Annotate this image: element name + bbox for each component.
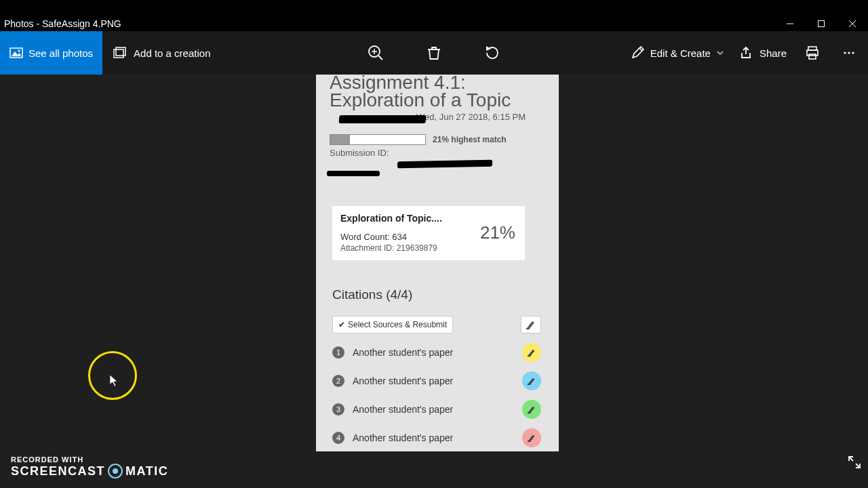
- close-button[interactable]: [837, 16, 868, 31]
- match-percent: 21%: [480, 222, 515, 243]
- rotate-icon: [484, 44, 501, 62]
- trash-icon: [426, 45, 442, 61]
- citation-item[interactable]: 1Another student's paper: [332, 343, 541, 362]
- window-controls: [774, 16, 868, 31]
- see-all-photos-label: See all photos: [28, 47, 93, 59]
- svg-marker-13: [486, 46, 491, 51]
- select-sources-label: Select Sources & Resubmit: [348, 320, 447, 329]
- print-icon: [804, 45, 821, 61]
- image-viewer[interactable]: Assignment 4.1: Exploration of a Topic o…: [0, 75, 868, 488]
- citation-label: Another student's paper: [353, 432, 453, 443]
- svg-point-6: [18, 50, 20, 52]
- highlighter-icon: [525, 319, 537, 330]
- maximize-button[interactable]: [806, 16, 837, 31]
- highlighter-icon: [526, 405, 537, 414]
- share-icon: [739, 45, 754, 60]
- highlight-toggle[interactable]: [522, 428, 541, 447]
- toolbar-right: Edit & Create Share: [630, 42, 860, 64]
- edit-icon: [630, 45, 645, 60]
- svg-rect-25: [528, 441, 530, 442]
- fullscreen-button[interactable]: [848, 455, 861, 469]
- svg-marker-5: [12, 52, 21, 56]
- add-to-creation-label: Add to a creation: [134, 47, 210, 59]
- record-dot-icon: [108, 464, 123, 479]
- select-sources-button[interactable]: ✔ Select Sources & Resubmit: [332, 316, 453, 333]
- zoom-in-icon: [367, 44, 384, 62]
- titlebar: Photos - SafeAssign 4.PNG: [0, 16, 868, 31]
- citation-item[interactable]: 2Another student's paper: [332, 371, 541, 390]
- assignment-title-2: Exploration of a Topic: [330, 90, 552, 110]
- svg-rect-24: [528, 412, 530, 413]
- highlight-toggle[interactable]: [522, 400, 541, 419]
- watermark: RECORDED WITH SCREENCAST MATIC: [11, 455, 168, 479]
- print-button[interactable]: [802, 42, 823, 64]
- share-label: Share: [760, 47, 787, 59]
- delete-button[interactable]: [423, 42, 445, 64]
- add-to-creation-button[interactable]: Add to a creation: [102, 31, 220, 75]
- displayed-image: Assignment 4.1: Exploration of a Topic o…: [316, 75, 559, 451]
- attachment-box: Exploration of Topic.... Word Count: 634…: [332, 206, 525, 260]
- svg-line-27: [849, 457, 853, 461]
- watermark-line1: RECORDED WITH: [11, 455, 168, 464]
- citation-item[interactable]: 3Another student's paper: [332, 400, 541, 419]
- more-button[interactable]: [838, 42, 860, 64]
- citation-number: 1: [332, 346, 344, 359]
- svg-rect-8: [116, 47, 125, 56]
- citations-section: Citations (4/4) ✔ Select Sources & Resub…: [332, 278, 541, 447]
- chevron-down-icon: [716, 49, 724, 57]
- svg-rect-21: [526, 328, 530, 329]
- highlighter-icon: [526, 433, 537, 443]
- citation-label: Another student's paper: [353, 347, 453, 358]
- highlight-toggle[interactable]: [522, 343, 541, 362]
- citations-header: Citations (4/4): [332, 287, 541, 302]
- redaction-mark: [339, 115, 427, 123]
- svg-rect-1: [818, 21, 825, 27]
- citation-label: Another student's paper: [353, 404, 453, 415]
- attachment-id: Attachment ID: 219639879: [340, 243, 517, 253]
- citation-number: 4: [332, 432, 344, 444]
- rotate-button[interactable]: [481, 42, 503, 64]
- citation-item[interactable]: 4Another student's paper: [332, 428, 541, 447]
- watermark-line2b: MATIC: [125, 464, 168, 479]
- svg-marker-26: [110, 375, 117, 386]
- edit-create-label: Edit & Create: [650, 47, 711, 59]
- svg-point-18: [844, 52, 846, 54]
- svg-rect-23: [528, 384, 530, 385]
- highlight-toggle[interactable]: [522, 371, 541, 390]
- svg-point-20: [852, 52, 854, 54]
- highlight-toggle-all[interactable]: [521, 316, 541, 333]
- svg-point-19: [848, 52, 850, 54]
- redaction-mark: [397, 160, 492, 168]
- zoom-button[interactable]: [365, 42, 387, 64]
- svg-rect-22: [528, 355, 530, 357]
- photo-icon: [9, 46, 23, 60]
- share-button[interactable]: Share: [739, 45, 787, 60]
- minimize-button[interactable]: [774, 16, 806, 31]
- citation-number: 3: [332, 403, 344, 415]
- window-title: Photos - SafeAssign 4.PNG: [4, 18, 121, 29]
- svg-rect-7: [114, 49, 123, 58]
- fullscreen-icon: [848, 455, 861, 469]
- svg-line-14: [639, 48, 642, 51]
- toolbar-center: [365, 42, 503, 64]
- watermark-line2a: SCREENCAST: [11, 464, 105, 479]
- svg-line-28: [856, 464, 860, 468]
- highest-match-label: 21% highest match: [433, 135, 507, 144]
- submission-id-label: Submission ID:: [330, 148, 552, 158]
- redaction-mark: [327, 171, 380, 176]
- match-progress-bar: [330, 134, 426, 145]
- creation-icon: [112, 45, 127, 60]
- highlighter-icon: [526, 376, 537, 386]
- mouse-cursor: [110, 375, 119, 387]
- toolbar: See all photos Add to a creation: [0, 31, 868, 75]
- citation-label: Another student's paper: [353, 375, 453, 386]
- svg-line-10: [378, 56, 382, 60]
- svg-rect-17: [809, 54, 816, 59]
- check-icon: ✔: [338, 320, 345, 329]
- more-icon: [842, 46, 856, 60]
- highlighter-icon: [526, 348, 537, 357]
- citation-number: 2: [332, 375, 344, 387]
- see-all-photos-button[interactable]: See all photos: [0, 31, 102, 75]
- cursor-highlight-ring: [88, 351, 137, 400]
- edit-create-button[interactable]: Edit & Create: [630, 45, 724, 60]
